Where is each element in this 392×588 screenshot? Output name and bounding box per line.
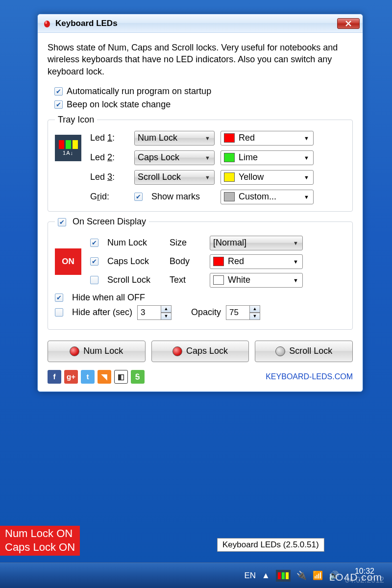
showmarks-checkbox[interactable] xyxy=(134,193,143,201)
tray-tooltip: Keyboard LEDs (2.5.0.51) xyxy=(217,538,324,552)
hideall-label: Hide when all OFF xyxy=(72,293,145,303)
capslock-button[interactable]: Caps Lock xyxy=(151,341,249,362)
led3-label: Led 3: xyxy=(90,172,128,182)
hideall-checkbox[interactable] xyxy=(55,294,63,302)
chevron-down-icon: ▼ xyxy=(205,135,210,141)
grid-color-select[interactable]: Custom...▼ xyxy=(220,190,314,204)
watermark-text: LO4D.com xyxy=(329,571,382,583)
chevron-down-icon: ▼ xyxy=(293,277,298,283)
lang-indicator[interactable]: EN xyxy=(244,571,256,581)
svg-point-1 xyxy=(45,21,47,24)
power-icon[interactable]: 🔌 xyxy=(296,570,307,581)
led3-select[interactable]: Scroll Lock▼ xyxy=(134,170,215,185)
facebook-icon[interactable]: f xyxy=(48,370,61,384)
tray-preview-icon: 1A↓ xyxy=(55,135,81,161)
close-button[interactable] xyxy=(337,18,360,29)
gplus-icon[interactable]: g+ xyxy=(64,370,78,384)
twitter-icon[interactable]: t xyxy=(81,370,95,384)
led2-label: Led 2: xyxy=(90,152,128,163)
svg-point-0 xyxy=(44,21,50,27)
chevron-down-icon: ▼ xyxy=(293,240,298,246)
osd-enable-checkbox[interactable] xyxy=(58,218,66,226)
app-icon xyxy=(43,19,51,28)
osd-scroll-checkbox[interactable] xyxy=(90,276,98,284)
osd-legend: On Screen Display xyxy=(73,217,146,226)
text-label: Text xyxy=(170,275,204,285)
size-label: Size xyxy=(170,238,204,248)
chevron-down-icon: ▼ xyxy=(205,155,210,161)
autorun-checkbox[interactable] xyxy=(54,87,63,96)
hideafter-input[interactable] xyxy=(137,305,161,320)
hideafter-spinner[interactable]: ▲▼ xyxy=(137,305,172,320)
text-color-select[interactable]: White▼ xyxy=(210,273,303,288)
body-color-select[interactable]: Red▼ xyxy=(210,254,303,269)
body-label: Body xyxy=(170,256,204,267)
led-icon xyxy=(172,346,182,356)
chevron-down-icon: ▼ xyxy=(304,155,309,161)
spinner-down[interactable]: ▼ xyxy=(249,313,260,320)
spinner-up[interactable]: ▲ xyxy=(161,305,172,313)
beep-label: Beep on lock state change xyxy=(67,99,171,110)
led-icon xyxy=(275,346,285,356)
autorun-label: Automatically run program on startup xyxy=(67,86,211,97)
website-link[interactable]: KEYBOARD-LEDS.COM xyxy=(266,372,353,381)
numlock-button[interactable]: Num Lock xyxy=(48,341,146,362)
spinner-down[interactable]: ▼ xyxy=(161,313,172,320)
chevron-down-icon: ▼ xyxy=(304,174,309,180)
opacity-label: Opacity xyxy=(191,307,221,318)
osd-overlay: Num Lock ON Caps Lock ON xyxy=(0,526,80,556)
osd-num-checkbox[interactable] xyxy=(90,239,98,247)
delicious-icon[interactable]: ◧ xyxy=(114,370,128,384)
description-text: Shows state of Num, Caps and Scroll lock… xyxy=(48,42,353,77)
network-icon[interactable]: 📶 xyxy=(313,570,323,581)
led2-color-select[interactable]: Lime▼ xyxy=(220,150,314,165)
scrolllock-button[interactable]: Scroll Lock xyxy=(255,341,353,362)
window-body: Shows state of Num, Caps and Scroll lock… xyxy=(38,33,363,392)
opacity-spinner[interactable]: ▲▼ xyxy=(226,305,260,320)
grid-label: Grid: xyxy=(90,192,128,202)
chevron-down-icon: ▼ xyxy=(205,174,210,180)
tray-legend: Tray Icon xyxy=(55,115,97,125)
window-title: Keyboard LEDs xyxy=(55,19,337,28)
rss-icon[interactable]: ◥ xyxy=(98,370,111,384)
osd-caps-checkbox[interactable] xyxy=(90,257,98,266)
led2-select[interactable]: Caps Lock▼ xyxy=(134,150,215,165)
chevron-down-icon: ▼ xyxy=(304,194,309,200)
led3-color-select[interactable]: Yellow▼ xyxy=(220,170,314,185)
stumble-icon[interactable]: Ꭶ xyxy=(131,370,145,384)
led-icon xyxy=(70,346,79,356)
led1-color-select[interactable]: Red▼ xyxy=(220,131,314,146)
tray-app-icon[interactable] xyxy=(276,570,291,582)
osd-group: On Screen Display ON Num Lock Size [Norm… xyxy=(48,217,353,330)
beep-checkbox[interactable] xyxy=(54,100,63,109)
hideafter-checkbox[interactable] xyxy=(55,308,63,317)
showmarks-label: Show marks xyxy=(151,192,200,202)
social-icons: f g+ t ◥ ◧ Ꭶ xyxy=(48,370,145,384)
led1-label: Led 1: xyxy=(90,133,128,143)
chevron-down-icon: ▼ xyxy=(304,135,309,141)
tray-icon-group: Tray Icon 1A↓ Led 1: Num Lock▼ Red▼ Led … xyxy=(48,115,353,212)
chevron-down-icon: ▼ xyxy=(293,259,298,265)
titlebar[interactable]: Keyboard LEDs xyxy=(38,14,363,33)
led1-select[interactable]: Num Lock▼ xyxy=(134,131,215,146)
opacity-input[interactable] xyxy=(226,305,249,320)
settings-window: Keyboard LEDs Shows state of Num, Caps a… xyxy=(37,14,363,392)
size-select[interactable]: [Normal]▼ xyxy=(210,236,303,250)
spinner-up[interactable]: ▲ xyxy=(249,305,260,313)
hideafter-label: Hide after (sec) xyxy=(72,307,132,318)
osd-preview-icon: ON xyxy=(55,248,81,275)
tray-chevron-icon[interactable]: ▲ xyxy=(262,571,270,581)
